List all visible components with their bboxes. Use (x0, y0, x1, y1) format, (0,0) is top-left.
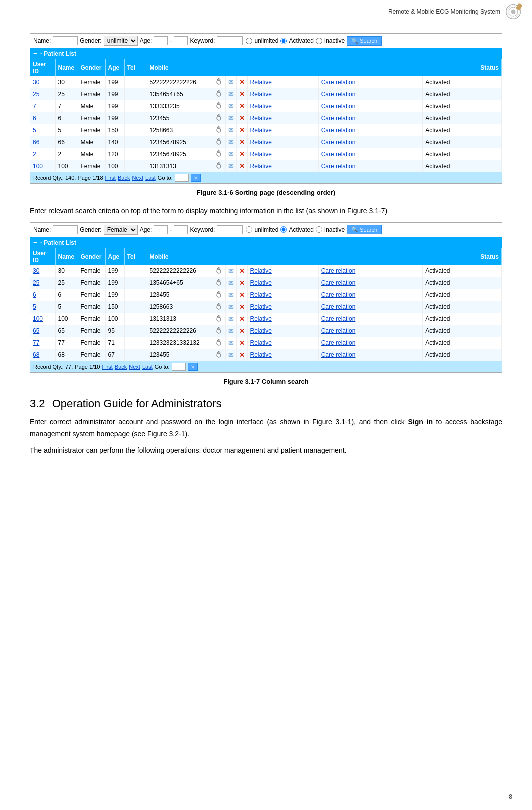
radio-activated2[interactable] (280, 226, 287, 233)
delete-icon[interactable]: ✕ (239, 78, 245, 86)
cell-care[interactable]: Care relation (318, 112, 422, 124)
view-icon[interactable] (215, 305, 223, 312)
view-icon[interactable] (215, 104, 223, 111)
delete-icon[interactable]: ✕ (239, 102, 245, 110)
age-from-input[interactable] (154, 36, 168, 45)
cell-relative[interactable]: Relative (247, 313, 318, 325)
delete-icon[interactable]: ✕ (239, 162, 245, 170)
view-icon[interactable] (215, 80, 223, 87)
delete-icon[interactable]: ✕ (239, 303, 245, 311)
cell-relative[interactable]: Relative (247, 124, 318, 136)
cell-relative[interactable]: Relative (247, 325, 318, 337)
edit-icon[interactable]: ✉ (228, 150, 234, 158)
goto-button2[interactable]: > (188, 363, 198, 371)
gender-select[interactable]: unlimite Male Female (104, 36, 138, 46)
cell-edit[interactable]: ✉ (225, 301, 236, 313)
edit-icon[interactable]: ✉ (228, 78, 234, 86)
cell-care[interactable]: Care relation (318, 301, 422, 313)
cell-relative[interactable]: Relative (247, 88, 318, 100)
edit-icon[interactable]: ✉ (228, 279, 234, 287)
radio-unlimited[interactable] (246, 38, 252, 44)
cell-care[interactable]: Care relation (318, 289, 422, 301)
cell-care[interactable]: Care relation (318, 76, 422, 88)
edit-icon[interactable]: ✉ (228, 303, 234, 311)
cell-delete[interactable]: ✕ (236, 136, 247, 148)
cell-edit[interactable]: ✉ (225, 349, 236, 361)
cell-care[interactable]: Care relation (318, 277, 422, 289)
cell-relative[interactable]: Relative (247, 277, 318, 289)
view-icon[interactable] (215, 116, 223, 123)
cell-view[interactable] (212, 124, 225, 136)
cell-relative[interactable]: Relative (247, 265, 318, 277)
cell-care[interactable]: Care relation (318, 88, 422, 100)
radio-unlimited2[interactable] (246, 226, 252, 233)
cell-edit[interactable]: ✉ (225, 136, 236, 148)
radio-inactive2[interactable] (316, 226, 322, 233)
cell-view[interactable] (212, 313, 225, 325)
cell-view[interactable] (212, 325, 225, 337)
next-link[interactable]: Next (132, 175, 143, 181)
view-icon[interactable] (215, 140, 223, 147)
age-from-input2[interactable] (154, 225, 168, 234)
back-link[interactable]: Back (118, 175, 130, 181)
delete-icon[interactable]: ✕ (239, 90, 245, 98)
delete-icon[interactable]: ✕ (239, 150, 245, 158)
cell-view[interactable] (212, 160, 225, 172)
cell-edit[interactable]: ✉ (225, 277, 236, 289)
cell-relative[interactable]: Relative (247, 112, 318, 124)
cell-care[interactable]: Care relation (318, 349, 422, 361)
edit-icon[interactable]: ✉ (228, 90, 234, 98)
cell-care[interactable]: Care relation (318, 325, 422, 337)
edit-icon[interactable]: ✉ (228, 327, 234, 335)
cell-relative[interactable]: Relative (247, 148, 318, 160)
view-icon[interactable] (215, 164, 223, 171)
name-input[interactable] (53, 36, 78, 45)
cell-view[interactable] (212, 301, 225, 313)
cell-edit[interactable]: ✉ (225, 337, 236, 349)
keyword-input[interactable] (217, 36, 243, 45)
edit-icon[interactable]: ✉ (228, 114, 234, 122)
edit-icon[interactable]: ✉ (228, 162, 234, 170)
back-link2[interactable]: Back (115, 364, 127, 370)
cell-edit[interactable]: ✉ (225, 100, 236, 112)
cell-care[interactable]: Care relation (318, 136, 422, 148)
cell-delete[interactable]: ✕ (236, 337, 247, 349)
view-icon[interactable] (215, 293, 223, 300)
first-link2[interactable]: First (102, 364, 112, 370)
cell-edit[interactable]: ✉ (225, 88, 236, 100)
cell-delete[interactable]: ✕ (236, 148, 247, 160)
cell-view[interactable] (212, 136, 225, 148)
cell-edit[interactable]: ✉ (225, 265, 236, 277)
cell-edit[interactable]: ✉ (225, 76, 236, 88)
radio-activated[interactable] (280, 38, 287, 44)
cell-relative[interactable]: Relative (247, 337, 318, 349)
delete-icon[interactable]: ✕ (239, 126, 245, 134)
goto-input[interactable] (175, 174, 189, 182)
cell-delete[interactable]: ✕ (236, 301, 247, 313)
cell-view[interactable] (212, 76, 225, 88)
search-button[interactable]: 🔍 Search (347, 36, 382, 46)
cell-edit[interactable]: ✉ (225, 325, 236, 337)
delete-icon[interactable]: ✕ (239, 327, 245, 335)
cell-care[interactable]: Care relation (318, 100, 422, 112)
cell-relative[interactable]: Relative (247, 76, 318, 88)
cell-relative[interactable]: Relative (247, 349, 318, 361)
delete-icon[interactable]: ✕ (239, 138, 245, 146)
cell-delete[interactable]: ✕ (236, 313, 247, 325)
cell-edit[interactable]: ✉ (225, 112, 236, 124)
cell-relative[interactable]: Relative (247, 136, 318, 148)
age-to-input[interactable] (174, 36, 188, 45)
cell-edit[interactable]: ✉ (225, 160, 236, 172)
edit-icon[interactable]: ✉ (228, 339, 234, 347)
view-icon[interactable] (215, 128, 223, 135)
cell-edit[interactable]: ✉ (225, 313, 236, 325)
cell-delete[interactable]: ✕ (236, 124, 247, 136)
cell-view[interactable] (212, 100, 225, 112)
cell-delete[interactable]: ✕ (236, 112, 247, 124)
cell-delete[interactable]: ✕ (236, 100, 247, 112)
cell-relative[interactable]: Relative (247, 301, 318, 313)
view-icon[interactable] (215, 92, 223, 99)
cell-relative[interactable]: Relative (247, 160, 318, 172)
cell-care[interactable]: Care relation (318, 148, 422, 160)
last-link2[interactable]: Last (142, 364, 153, 370)
